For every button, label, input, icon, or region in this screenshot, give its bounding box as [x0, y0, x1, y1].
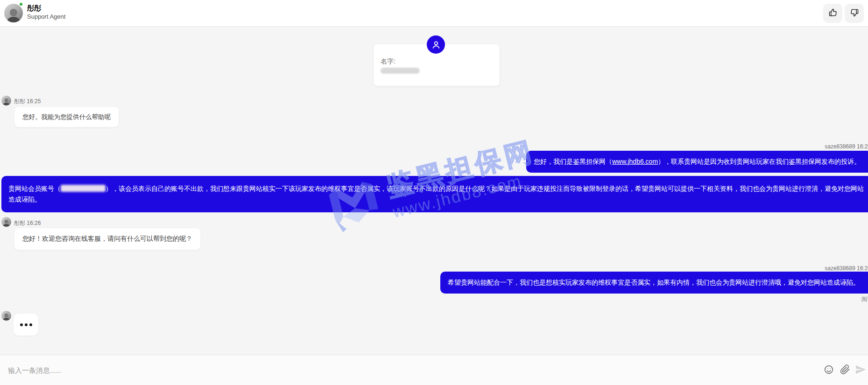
composer-bar: [0, 355, 868, 385]
send-button[interactable]: [854, 364, 867, 376]
chat-widget-window: 彤彤 Support Agent: [0, 0, 868, 385]
message-text: ），该会员表示自己的账号不出款，我们想来跟贵网站核实一下该玩家发布的维权事宜是否…: [8, 185, 864, 203]
chat-header: 彤彤 Support Agent: [0, 0, 868, 27]
agent-message-avatar: [1, 217, 11, 227]
message-meta: saze838689 16:25: [825, 143, 868, 150]
visitor-message-bubble: 您好，我们是鉴黑担保网（www.jhdb6.com），联系贵网站是因为收到贵网站…: [526, 151, 868, 173]
agent-subtitle: Support Agent: [27, 13, 65, 20]
emoji-button[interactable]: [823, 364, 835, 376]
message-meta: saze838689 16:26: [825, 265, 868, 272]
typing-indicator: [14, 314, 38, 336]
thumbs-up-icon: [828, 8, 838, 19]
message-input[interactable]: [8, 362, 746, 378]
message-text: 您好。我能为您提供什么帮助呢: [22, 113, 111, 121]
prechat-user-icon: [427, 35, 445, 54]
message-text: 您好！欢迎您咨询在线客服，请问有什么可以帮到您的呢？: [22, 235, 192, 243]
agent-message-bubble: 您好！欢迎您咨询在线客服，请问有什么可以帮到您的呢？: [14, 228, 201, 250]
visitor-message-bubble: 贵网站会员账号（），该会员表示自己的账号不出款，我们想来跟贵网站核实一下该玩家发…: [1, 176, 868, 212]
message-meta: 彤彤 16:26: [14, 219, 41, 227]
send-icon: [855, 364, 866, 377]
message-link[interactable]: www.jhdb6.com: [612, 158, 658, 165]
agent-avatar: [4, 4, 23, 22]
agent-message-avatar: [1, 311, 11, 321]
paperclip-icon: [840, 364, 850, 376]
redacted-account-number: [61, 185, 106, 192]
agent-message-avatar: [1, 96, 11, 105]
attachment-button[interactable]: [839, 364, 851, 376]
online-status-dot: [19, 2, 23, 7]
agent-name: 彤彤: [27, 4, 41, 13]
message-meta: 彤彤 16:25: [14, 98, 41, 105]
thumbs-up-button[interactable]: [823, 4, 842, 23]
redacted-visitor-name: [381, 68, 420, 74]
message-text: ），联系贵网站是因为收到贵网站玩家在我们鉴黑担保网发布的投诉。: [658, 158, 861, 165]
message-text: 贵网站会员账号（: [8, 185, 61, 192]
thumbs-down-icon: [850, 8, 859, 19]
message-text: 希望贵网站能配合一下，我们也是想核实玩家发布的维权事宜是否属实，如果有内情，我们…: [448, 279, 860, 287]
read-receipt: 阅读: [861, 295, 868, 303]
message-text: 您好，我们是鉴黑担保网（: [534, 158, 612, 165]
visitor-message-bubble: 希望贵网站能配合一下，我们也是想核实玩家发布的维权事宜是否属实，如果有内情，我们…: [440, 272, 868, 294]
message-list[interactable]: 名字: 彤彤 16:25 您好。我能为您提供什么帮助呢 saze838689 1…: [0, 27, 868, 355]
thumbs-down-button[interactable]: [845, 4, 864, 23]
agent-message-bubble: 您好。我能为您提供什么帮助呢: [14, 106, 119, 127]
emoji-icon: [824, 364, 834, 376]
prechat-name-label: 名字:: [381, 57, 395, 66]
